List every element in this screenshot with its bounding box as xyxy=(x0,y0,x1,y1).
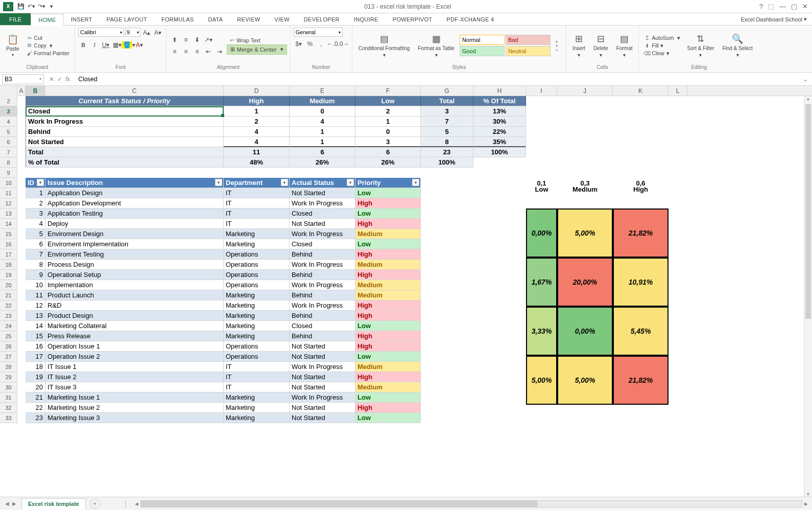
row-header-3[interactable]: 3 xyxy=(0,106,17,117)
cell-B30[interactable]: 20 xyxy=(26,382,45,392)
cell-D20[interactable]: Operations xyxy=(224,280,290,290)
col-header-D[interactable]: D xyxy=(224,86,290,96)
row-header-7[interactable]: 7 xyxy=(0,147,17,157)
row-header-25[interactable]: 25 xyxy=(0,331,17,341)
risk-matrix-cell[interactable]: 20,00% xyxy=(557,258,613,307)
cell-B2[interactable]: Current Task Status / Priority xyxy=(26,96,224,106)
filter-dropdown-icon[interactable]: ▾ xyxy=(347,179,354,186)
cell-E23[interactable]: Behind xyxy=(290,311,355,321)
font-name-select[interactable]: Calibri▾ xyxy=(78,28,124,37)
cell-H3[interactable]: 13% xyxy=(473,106,526,117)
row-header-32[interactable]: 32 xyxy=(0,403,17,413)
cell-G8[interactable]: 100% xyxy=(421,157,473,168)
cell-F3[interactable]: 2 xyxy=(355,106,421,117)
cell-E18[interactable]: Work In Progress xyxy=(290,260,355,270)
cell-G7[interactable]: 23 xyxy=(421,147,473,157)
row-header-13[interactable]: 13 xyxy=(0,208,17,219)
cell-F24[interactable]: Low xyxy=(355,321,421,331)
cell-B32[interactable]: 22 xyxy=(26,403,45,413)
tab-home[interactable]: HOME xyxy=(31,14,63,26)
cell-E31[interactable]: Work In Progress xyxy=(290,392,355,403)
cell-D3[interactable]: 1 xyxy=(224,106,290,117)
formula-expand-icon[interactable]: ⌄ xyxy=(799,76,812,83)
cell-styles-gallery[interactable]: Normal Bad Good Neutral xyxy=(460,35,554,56)
row-header-2[interactable]: 2 xyxy=(0,96,17,106)
cell-B24[interactable]: 14 xyxy=(26,321,45,331)
border-button[interactable]: ▦▾ xyxy=(112,40,122,50)
cell-B4[interactable]: Work In Progress xyxy=(26,117,224,127)
cell-B15[interactable]: 5 xyxy=(26,229,45,239)
row-header-21[interactable]: 21 xyxy=(0,290,17,300)
cell-E32[interactable]: Not Started xyxy=(290,403,355,413)
cell-F30[interactable]: Medium xyxy=(355,382,421,392)
row-header-18[interactable]: 18 xyxy=(0,260,17,270)
cell-E3[interactable]: 0 xyxy=(290,106,355,117)
col-header-B[interactable]: B xyxy=(26,86,45,96)
cell-F10[interactable]: Priority▾ xyxy=(355,178,421,188)
accounting-format-button[interactable]: $▾ xyxy=(294,39,304,49)
scroll-thumb[interactable] xyxy=(805,104,811,319)
cell-D33[interactable]: Marketing xyxy=(224,413,290,423)
cell-E4[interactable]: 4 xyxy=(290,117,355,127)
cell-E11[interactable]: Not Started xyxy=(290,188,355,198)
cell-C19[interactable]: Operational Setup xyxy=(45,270,224,280)
risk-matrix-cell[interactable]: 5,00% xyxy=(557,356,613,405)
risk-matrix-cell[interactable]: 0,00% xyxy=(526,208,557,258)
row-header-6[interactable]: 6 xyxy=(0,137,17,147)
cell-F15[interactable]: Medium xyxy=(355,229,421,239)
cell-H7[interactable]: 100% xyxy=(473,147,526,157)
row-header-4[interactable]: 4 xyxy=(0,117,17,127)
tab-powerpivot[interactable]: POWERPIVOT xyxy=(386,13,440,25)
cell-B8[interactable]: % of Total xyxy=(26,157,224,168)
cell-B5[interactable]: Behind xyxy=(26,127,224,137)
align-center-button[interactable]: ≡ xyxy=(181,47,191,57)
cell-E30[interactable]: Not Started xyxy=(290,382,355,392)
cell-F29[interactable]: High xyxy=(355,372,421,382)
cell-B3[interactable]: Closed xyxy=(26,106,224,117)
account-label[interactable]: Excel Dashboard School ▾ xyxy=(741,13,812,25)
cell-C32[interactable]: Marketing Issue 2 xyxy=(45,403,224,413)
row-header-24[interactable]: 24 xyxy=(0,321,17,331)
cell-H5[interactable]: 22% xyxy=(473,127,526,137)
minimize-icon[interactable]: — xyxy=(779,3,786,10)
enter-formula-icon[interactable]: ✓ xyxy=(57,76,62,83)
row-header-10[interactable]: 10 xyxy=(0,178,17,188)
conditional-formatting-button[interactable]: ▤Conditional Formatting▾ xyxy=(355,32,413,59)
cell-C12[interactable]: Application Development xyxy=(45,198,224,208)
new-sheet-button[interactable]: + xyxy=(90,499,100,509)
tab-pagelayout[interactable]: PAGE LAYOUT xyxy=(100,13,154,25)
cell-B20[interactable]: 10 xyxy=(26,280,45,290)
cell-E20[interactable]: Work In Progress xyxy=(290,280,355,290)
merge-center-button[interactable]: ⊞Merge & Center ▾ xyxy=(227,44,287,55)
cell-G4[interactable]: 7 xyxy=(421,117,473,127)
style-bad[interactable]: Bad xyxy=(506,35,551,45)
qat-customize-icon[interactable]: ▾ xyxy=(47,2,56,11)
maximize-icon[interactable]: ▢ xyxy=(791,3,797,10)
cell-C25[interactable]: Press Release xyxy=(45,331,224,341)
row-header-12[interactable]: 12 xyxy=(0,198,17,208)
gallery-more-icon[interactable]: ▴▾≡ xyxy=(556,39,563,53)
cell-C10[interactable]: Issue Description▾ xyxy=(45,178,224,188)
close-icon[interactable]: ✕ xyxy=(802,3,808,10)
col-header-C[interactable]: C xyxy=(45,86,224,96)
cell-D17[interactable]: Operations xyxy=(224,249,290,260)
paste-button[interactable]: 📋 Paste▾ xyxy=(3,33,22,58)
cell-F32[interactable]: High xyxy=(355,403,421,413)
cell-D10[interactable]: Department▾ xyxy=(224,178,290,188)
cell-E8[interactable]: 26% xyxy=(290,157,355,168)
cell-F4[interactable]: 1 xyxy=(355,117,421,127)
cell-F7[interactable]: 6 xyxy=(355,147,421,157)
col-header-A[interactable]: A xyxy=(17,86,26,96)
risk-matrix-cell[interactable]: 3,33% xyxy=(526,307,557,356)
scroll-thumb[interactable] xyxy=(141,501,538,507)
row-header-30[interactable]: 30 xyxy=(0,382,17,392)
cell-B28[interactable]: 18 xyxy=(26,362,45,372)
format-cells-button[interactable]: ▤Format▾ xyxy=(613,32,636,59)
cell-B22[interactable]: 12 xyxy=(26,300,45,311)
filter-dropdown-icon[interactable]: ▾ xyxy=(281,179,288,186)
cell-D8[interactable]: 48% xyxy=(224,157,290,168)
row-header-22[interactable]: 22 xyxy=(0,300,17,311)
fx-icon[interactable]: fx xyxy=(65,76,70,83)
cell-F5[interactable]: 0 xyxy=(355,127,421,137)
orientation-button[interactable]: ↗▾ xyxy=(203,35,213,45)
